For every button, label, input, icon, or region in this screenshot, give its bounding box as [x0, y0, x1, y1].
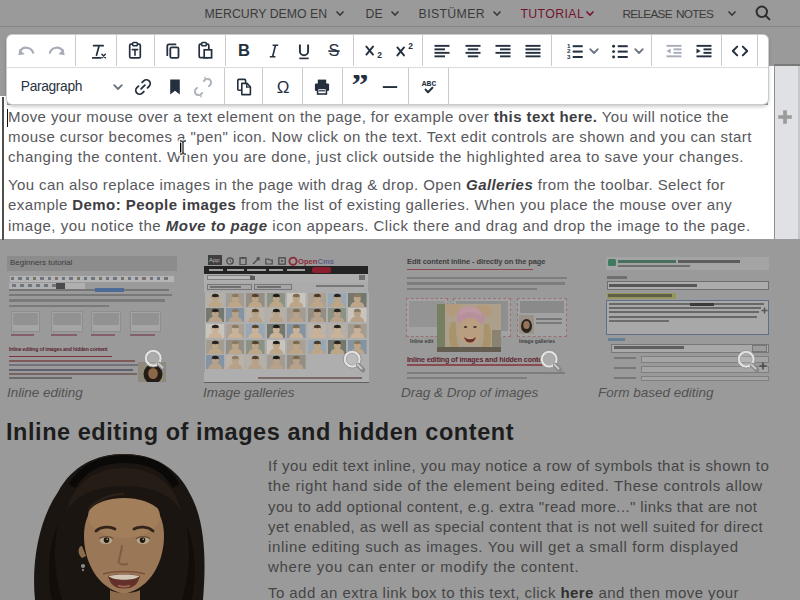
svg-text:2: 2: [408, 41, 413, 51]
svg-text:2: 2: [377, 49, 382, 59]
svg-text:B: B: [238, 41, 250, 59]
svg-text:ABC: ABC: [422, 79, 437, 88]
svg-text:3: 3: [567, 52, 571, 59]
svg-text:Ω: Ω: [277, 77, 290, 96]
svg-text:”: ”: [351, 75, 368, 99]
svg-text:OpenCms: OpenCms: [298, 257, 334, 266]
svg-text:S: S: [329, 41, 340, 59]
